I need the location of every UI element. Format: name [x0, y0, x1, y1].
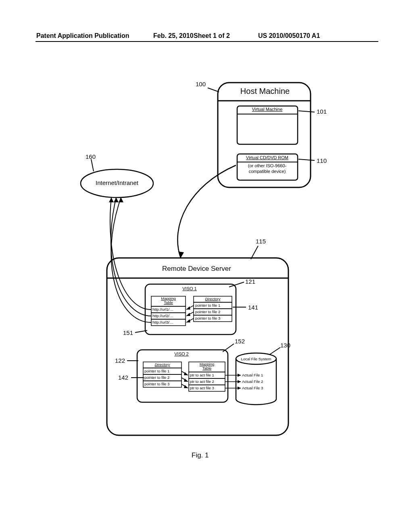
- ptract1-label: ptr to act file 1: [190, 373, 214, 377]
- ref-122: 122: [115, 357, 125, 364]
- ref-142: 142: [118, 374, 128, 381]
- mapping-table-label-1: MappingTable: [151, 297, 186, 304]
- svg-marker-33: [119, 197, 123, 202]
- page: Patent Application Publication Feb. 25, …: [0, 0, 413, 532]
- ptr2-label: pointer to file 2: [195, 310, 220, 314]
- svg-line-56: [223, 344, 234, 352]
- svg-line-57: [269, 347, 280, 355]
- af2-label: Actual File 2: [242, 379, 263, 384]
- directory-label-1: Directory: [194, 297, 232, 301]
- svg-line-6: [298, 111, 315, 112]
- svg-marker-44: [184, 372, 188, 375]
- svg-marker-48: [184, 385, 188, 388]
- ptract2-label: ptr to act file 2: [190, 379, 214, 384]
- svg-marker-27: [186, 319, 190, 322]
- ref-141: 141: [248, 304, 258, 311]
- svg-line-7: [298, 159, 315, 160]
- url1-label: http://url1/…: [152, 307, 173, 312]
- figure-number: Fig. 1: [192, 451, 209, 459]
- viso1-label: VISO 1: [173, 286, 206, 291]
- ptract3-label: ptr to act file 3: [190, 386, 214, 390]
- ref-130: 130: [280, 342, 290, 349]
- svg-marker-55: [238, 387, 241, 390]
- ref-115: 115: [256, 238, 266, 245]
- svg-marker-46: [184, 378, 188, 382]
- svg-line-12: [251, 246, 258, 259]
- ref-100: 100: [196, 81, 206, 87]
- internet-label: Internet/Intranet: [89, 179, 145, 186]
- af3-label: Actual File 3: [242, 386, 263, 390]
- svg-marker-32: [114, 197, 119, 202]
- vm-label: Virtual Machine: [238, 107, 296, 112]
- ref-101: 101: [317, 108, 327, 115]
- url3-label: http://url3/…: [152, 320, 173, 324]
- lfs-label: Local File System: [237, 357, 275, 361]
- ref-121: 121: [245, 278, 255, 285]
- ref-151: 151: [123, 329, 133, 336]
- vcd-label-line3: compatible device): [238, 169, 296, 174]
- ref-110: 110: [317, 157, 327, 164]
- svg-marker-31: [109, 197, 114, 202]
- mapping-table-label-2: MappingTable: [189, 362, 225, 370]
- svg-marker-25: [186, 313, 190, 316]
- svg-marker-23: [186, 306, 190, 310]
- vcd-label-line1: Virtual CD/DVD ROM: [238, 155, 296, 160]
- ptr1-label: pointer to file 1: [195, 303, 220, 308]
- ptr2b-label: pointer to file 2: [144, 375, 169, 380]
- ref-152: 152: [235, 338, 245, 345]
- viso2-label: VISO 2: [161, 351, 202, 356]
- af1-label: Actual File 1: [242, 373, 263, 377]
- vcd-label-line2: (or other ISO-9660-: [238, 163, 296, 168]
- ptr3b-label: pointer to file 3: [144, 382, 169, 386]
- host-machine-label: Host Machine: [231, 87, 299, 96]
- ptr1b-label: pointer to file 1: [144, 369, 169, 373]
- rds-label: Remote Device Server: [141, 265, 252, 273]
- svg-marker-53: [238, 380, 241, 383]
- ptr3-label: pointer to file 3: [195, 316, 220, 320]
- svg-marker-51: [238, 374, 241, 377]
- ref-160: 160: [86, 153, 96, 160]
- svg-rect-2: [237, 106, 298, 144]
- directory-label-2: Directory: [143, 362, 181, 367]
- svg-marker-9: [178, 251, 184, 258]
- url2-label: http://url2/…: [152, 314, 173, 318]
